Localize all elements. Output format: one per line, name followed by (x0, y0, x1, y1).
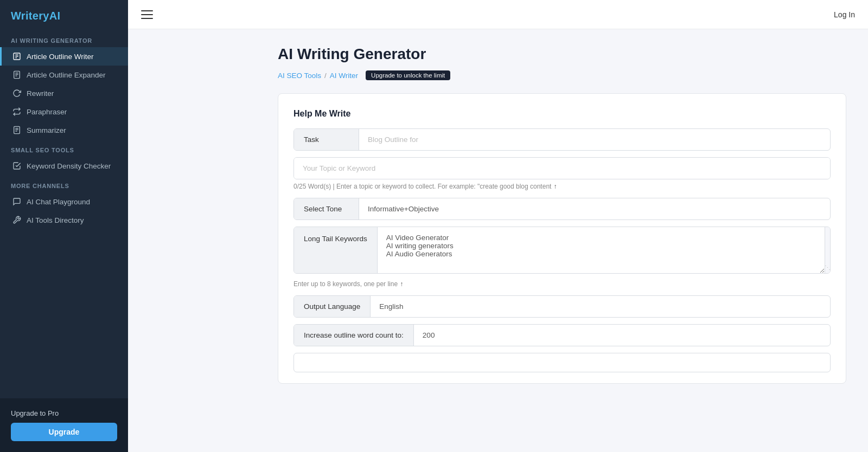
page-title: AI Writing Generator (278, 46, 846, 63)
output-language-text: English (379, 302, 403, 311)
output-language-label: Output Language (294, 296, 371, 317)
login-button[interactable]: Log In (834, 10, 855, 19)
word-count-label: Increase outline word count to: (294, 325, 414, 346)
tone-label: Select Tone (294, 198, 359, 219)
tone-text: Informative+Objective (368, 205, 439, 213)
chat-icon (12, 197, 21, 206)
output-language-value[interactable]: English (371, 296, 830, 317)
keywords-arrow: ↑ (400, 280, 403, 288)
topic-hint: 0/25 Word(s) | Enter a topic or keyword … (293, 183, 831, 190)
word-count-text: 200 (423, 331, 435, 339)
keywords-hint: Enter up to 8 keywords, one per line ↑ (293, 280, 831, 288)
refresh-icon (12, 89, 21, 98)
sidebar-item-article-outline-writer[interactable]: Article Outline Writer (0, 47, 128, 66)
upgrade-label: Upgrade to Pro (11, 409, 117, 417)
sidebar-item-paraphraser[interactable]: Paraphraser (0, 102, 128, 121)
hint-text-content: 0/25 Word(s) | Enter a topic or keyword … (293, 183, 551, 190)
breadcrumb-link-1[interactable]: AI SEO Tools (278, 72, 321, 80)
edit-icon (12, 52, 21, 61)
menu-line-2 (141, 14, 153, 15)
breadcrumb-separator: / (324, 72, 327, 80)
sidebar-item-label: AI Chat Playground (27, 198, 90, 206)
task-text: Blog Outline for (368, 135, 418, 144)
topbar: Log In (128, 0, 868, 29)
long-tail-input[interactable]: AI Video Generator AI writing generators… (378, 227, 825, 273)
tone-value[interactable]: Informative+Objective (359, 198, 830, 219)
sidebar-item-article-outline-expander[interactable]: Article Outline Expander (0, 66, 128, 84)
form-card: Help Me Write Task Blog Outline for 0/25… (278, 93, 846, 384)
sidebar-item-label: Paraphraser (27, 108, 67, 116)
sidebar-item-label: Article Outline Writer (27, 53, 94, 61)
check-icon (12, 162, 21, 170)
keywords-hint-text: Enter up to 8 keywords, one per line (293, 280, 398, 288)
menu-icon[interactable] (141, 10, 153, 19)
loop-icon (12, 107, 21, 116)
breadcrumb-link-2[interactable]: AI Writer (330, 72, 358, 80)
tone-row: Select Tone Informative+Objective (293, 198, 831, 220)
upgrade-badge[interactable]: Upgrade to unlock the limit (366, 70, 450, 80)
sidebar-item-label: Keyword Density Checker (27, 162, 111, 170)
resize-handle[interactable]: ⋱ (825, 227, 830, 273)
sidebar-item-label: Article Outline Expander (27, 71, 106, 79)
logo-highlight: AI (49, 10, 61, 22)
sidebar: WriteryAI AI Writing Generator Article O… (0, 0, 128, 452)
long-tail-row: Long Tail Keywords AI Video Generator AI… (293, 227, 831, 274)
sidebar-item-summarizer[interactable]: Summarizer (0, 121, 128, 139)
upgrade-button[interactable]: Upgrade (11, 423, 117, 441)
section-label-seo: Small SEO Tools (0, 139, 128, 157)
output-language-row: Output Language English (293, 295, 831, 318)
section-label-channels: More Channels (0, 175, 128, 192)
menu-line-3 (141, 18, 153, 19)
doc-icon-2 (12, 126, 21, 134)
hint-arrow: ↑ (553, 183, 557, 190)
section-label-writing: AI Writing Generator (0, 30, 128, 47)
sidebar-upgrade-section: Upgrade to Pro Upgrade (0, 398, 128, 452)
form-section-title: Help Me Write (293, 109, 831, 119)
app-logo[interactable]: WriteryAI (0, 0, 128, 30)
sidebar-item-tools-directory[interactable]: AI Tools Directory (0, 211, 128, 229)
sidebar-item-rewriter[interactable]: Rewriter (0, 84, 128, 102)
long-tail-label: Long Tail Keywords (294, 227, 378, 273)
topic-input[interactable] (294, 158, 830, 179)
sidebar-item-chat-playground[interactable]: AI Chat Playground (0, 192, 128, 211)
menu-line-1 (141, 10, 153, 11)
task-label: Task (294, 129, 359, 150)
task-row: Task Blog Outline for (293, 128, 831, 151)
sidebar-item-keyword-density[interactable]: Keyword Density Checker (0, 157, 128, 175)
word-count-value[interactable]: 200 (414, 325, 830, 346)
tools-icon (12, 216, 21, 224)
task-value: Blog Outline for (359, 129, 830, 150)
sidebar-item-label: Summarizer (27, 126, 66, 134)
word-count-row: Increase outline word count to: 200 (293, 324, 831, 346)
breadcrumb: AI SEO Tools / AI Writer Upgrade to unlo… (278, 70, 846, 80)
main-content: AI Writing Generator AI SEO Tools / AI W… (256, 29, 868, 452)
doc-icon (12, 70, 21, 79)
sidebar-item-label: Rewriter (27, 89, 54, 98)
topic-input-wrapper (293, 157, 831, 179)
logo-text: Writery (11, 10, 49, 22)
extra-row-placeholder (293, 353, 831, 372)
sidebar-item-label: AI Tools Directory (27, 216, 84, 224)
